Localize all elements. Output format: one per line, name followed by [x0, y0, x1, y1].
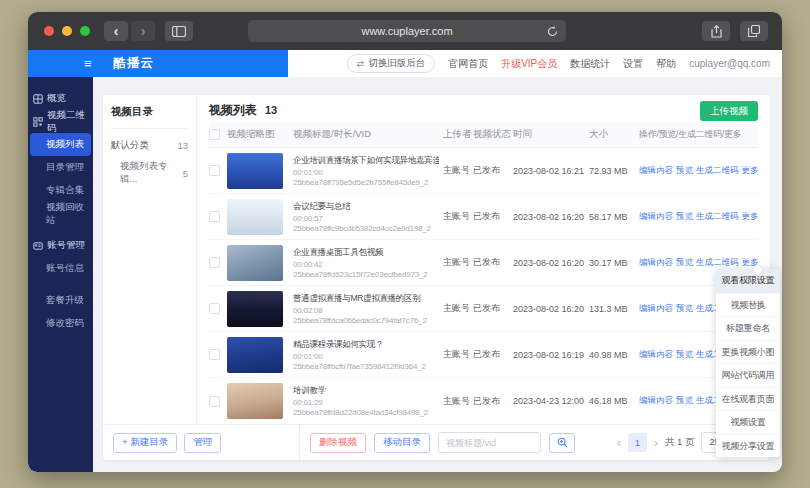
table-row: 企业培训直播场景下如何实现异地嘉宾连麦 00:01:00 25bbea78ff7…: [209, 148, 758, 194]
generate-qrcode-link[interactable]: 生成二维码: [696, 257, 739, 269]
edit-content-link[interactable]: 编辑内容: [639, 349, 673, 361]
sidebar-item-account-management[interactable]: 账号管理: [28, 234, 93, 257]
delete-video-button[interactable]: 删除视频: [310, 433, 366, 453]
preview-link[interactable]: 预览: [676, 395, 693, 407]
menu-item-rename-title[interactable]: 标题重命名: [716, 316, 780, 340]
generate-qrcode-link[interactable]: 生成二维码: [696, 211, 739, 223]
table-row: 会议纪要与总结 00:00:57 25bbea78ffc9bcdb5382cd4…: [209, 194, 758, 240]
link-official-home[interactable]: 官网首页: [448, 57, 488, 71]
row-checkbox[interactable]: [209, 165, 220, 176]
catalog-item-album[interactable]: 视频列表专辑... 5: [111, 161, 188, 185]
forward-button[interactable]: ›: [131, 21, 155, 41]
sidebar-toggle-button[interactable]: [165, 21, 193, 41]
video-uploader: 主账号: [443, 210, 473, 223]
edit-content-link[interactable]: 编辑内容: [639, 211, 673, 223]
forward-icon: ›: [141, 24, 146, 38]
catalog-item-default[interactable]: 默认分类 13: [111, 133, 188, 157]
menu-item-change-thumbnail[interactable]: 更换视频小图: [716, 340, 780, 364]
video-title[interactable]: 精品课程录课如何实现？: [293, 339, 439, 351]
sidebar-item-catalog-management[interactable]: 目录管理: [28, 156, 93, 179]
preview-link[interactable]: 预览: [676, 303, 693, 315]
menu-item-share-settings[interactable]: 视频分享设置: [716, 434, 780, 458]
video-title[interactable]: 普通虚拟直播与MR虚拟直播的区别: [293, 293, 439, 305]
menu-item-video-settings[interactable]: 视频设置: [716, 410, 780, 434]
video-thumbnail[interactable]: [227, 337, 283, 373]
row-checkbox[interactable]: [209, 396, 220, 407]
window-close-button[interactable]: [44, 26, 54, 36]
video-thumbnail[interactable]: [227, 199, 283, 235]
url-text: www.cuplayer.com: [361, 25, 452, 37]
row-actions: 编辑内容 预览 生成二维码 更多: [639, 257, 758, 269]
more-link[interactable]: 更多: [742, 165, 759, 177]
video-vid: 25bbea78ffbcfb7fae73598412f9d364_2: [293, 362, 439, 371]
edit-content-link[interactable]: 编辑内容: [639, 395, 673, 407]
video-thumbnail[interactable]: [227, 153, 283, 189]
link-settings[interactable]: 设置: [623, 57, 643, 71]
link-help[interactable]: 帮助: [656, 57, 676, 71]
prev-page-button[interactable]: ‹: [617, 437, 621, 449]
menu-item-site-code[interactable]: 网站代码调用: [716, 363, 780, 387]
row-checkbox[interactable]: [209, 257, 220, 268]
menu-item-video-replace[interactable]: 视频替换: [716, 293, 780, 317]
sidebar-item-account-info[interactable]: 账号信息: [28, 257, 93, 280]
catalog-footer: + 新建目录 管理: [103, 425, 300, 460]
menu-item-watch-permission[interactable]: 观看权限设置: [716, 269, 780, 293]
sidebar-item-label: 视频二维码: [47, 109, 93, 135]
video-title[interactable]: 企业培训直播场景下如何实现异地嘉宾连麦: [293, 155, 439, 167]
link-data-statistics[interactable]: 数据统计: [570, 57, 610, 71]
row-checkbox[interactable]: [209, 349, 220, 360]
move-catalog-button[interactable]: 移动目录: [374, 433, 430, 453]
menu-item-watch-page[interactable]: 在线观看页面: [716, 387, 780, 411]
preview-link[interactable]: 预览: [676, 257, 693, 269]
sidebar-item-package-upgrade[interactable]: 套餐升级: [28, 289, 93, 312]
list-title-row: 视频列表 13: [209, 99, 758, 121]
more-link[interactable]: 更多: [742, 211, 759, 223]
search-input[interactable]: [438, 432, 541, 453]
video-info: 会议纪要与总结 00:00:57 25bbea78ffc9bcdb5382cd4…: [293, 201, 443, 233]
sidebar-item-overview[interactable]: 概览: [28, 87, 93, 110]
preview-link[interactable]: 预览: [676, 165, 693, 177]
window-controls: [44, 26, 90, 36]
preview-link[interactable]: 预览: [676, 349, 693, 361]
new-catalog-button[interactable]: + 新建目录: [113, 433, 177, 453]
sidebar-toggle-icon: [172, 26, 186, 37]
reload-icon[interactable]: [546, 24, 559, 42]
hamburger-menu-icon[interactable]: ≡: [84, 57, 92, 70]
sidebar-item-video-recycle-bin[interactable]: 视频回收站: [28, 202, 93, 225]
next-page-button[interactable]: ›: [654, 437, 658, 449]
edit-content-link[interactable]: 编辑内容: [639, 303, 673, 315]
video-thumbnail[interactable]: [227, 245, 283, 281]
video-thumbnail[interactable]: [227, 383, 283, 419]
account-email[interactable]: cuplayer@qq.com: [689, 58, 770, 69]
header-time: 时间: [513, 128, 589, 141]
edit-content-link[interactable]: 编辑内容: [639, 257, 673, 269]
row-checkbox[interactable]: [209, 211, 220, 222]
sidebar-item-video-qrcode[interactable]: 视频二维码: [28, 110, 93, 133]
video-title[interactable]: 会议纪要与总结: [293, 201, 439, 213]
window-zoom-button[interactable]: [80, 26, 90, 36]
upload-video-button[interactable]: 上传视频: [700, 101, 758, 121]
back-button[interactable]: ‹: [104, 21, 128, 41]
search-button[interactable]: [549, 433, 575, 453]
tabs-button[interactable]: [740, 21, 768, 41]
share-button[interactable]: [702, 21, 730, 41]
video-title[interactable]: 企业直播桌面工具包视频: [293, 247, 439, 259]
video-title[interactable]: 培训教学: [293, 385, 439, 397]
sidebar-item-album-collection[interactable]: 专辑合集: [28, 179, 93, 202]
video-thumbnail[interactable]: [227, 291, 283, 327]
link-upgrade-vip[interactable]: 升级VIP会员: [501, 57, 557, 71]
window-minimize-button[interactable]: [62, 26, 72, 36]
edit-content-link[interactable]: 编辑内容: [639, 165, 673, 177]
preview-link[interactable]: 预览: [676, 211, 693, 223]
current-page[interactable]: 1: [628, 433, 647, 452]
table-row: 培训教学 00:01:29 25bbea78ffd8d22d08e4fad34c…: [209, 378, 758, 424]
manage-catalog-button[interactable]: 管理: [184, 433, 221, 453]
generate-qrcode-link[interactable]: 生成二维码: [696, 165, 739, 177]
video-info: 企业直播桌面工具包视频 00:00:42 25bbea78ffd623c15f7…: [293, 247, 443, 279]
select-all-checkbox[interactable]: [209, 129, 220, 140]
sidebar-item-change-password[interactable]: 修改密码: [28, 312, 93, 335]
switch-old-version-button[interactable]: ⇄ 切换旧版后台: [347, 54, 436, 73]
sidebar-item-video-list[interactable]: 视频列表: [30, 133, 91, 156]
address-bar[interactable]: www.cuplayer.com: [248, 20, 566, 42]
row-checkbox[interactable]: [209, 303, 220, 314]
